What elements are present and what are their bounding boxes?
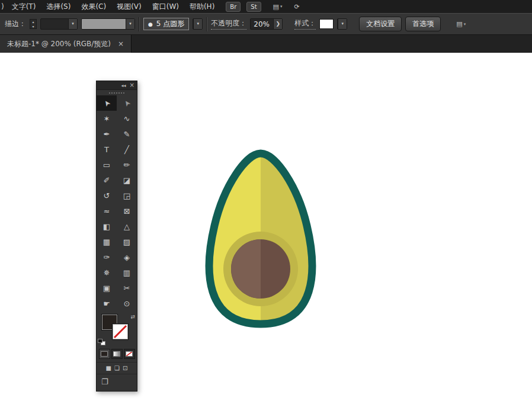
brush-definition-caret[interactable]: ▾ (193, 18, 203, 30)
artboard-icon: ▣ (103, 284, 110, 293)
eyedropper-tool[interactable]: ✑ (97, 249, 117, 265)
screen-mode-button[interactable]: ❐ (101, 377, 108, 386)
stroke-label: 描边： (5, 19, 26, 29)
type-tool[interactable]: T (97, 142, 117, 157)
close-icon[interactable]: × (118, 40, 124, 48)
tools-panel-header[interactable]: ◂◂ × (97, 81, 137, 90)
document-tab-title: 未标题-1* @ 200% (RGB/预览) (7, 39, 111, 49)
style-label[interactable]: 样式： (294, 18, 316, 30)
workspace-icon: ▤ (273, 3, 279, 11)
symbol-sprayer-tool[interactable]: ✵ (97, 265, 117, 280)
chevron-right-icon[interactable]: ❯ (273, 19, 282, 29)
stroke-swatch[interactable] (113, 324, 128, 339)
scale-tool[interactable]: ◲ (117, 188, 137, 203)
preferences-button[interactable]: 首选项 (405, 17, 441, 31)
slice-icon: ✂ (124, 284, 130, 293)
blob-brush-tool[interactable]: ✐ (97, 172, 117, 188)
mesh-tool[interactable]: ▦ (97, 234, 117, 249)
menu-item-window[interactable]: 窗口(W) (147, 0, 184, 13)
draw-inside-button[interactable]: ⊡ (123, 365, 127, 371)
stroke-weight-stepper[interactable]: ▴ ▾ (30, 19, 37, 29)
workspace-switcher[interactable]: ▤ ▾ (273, 3, 283, 11)
stepper-down-icon: ▾ (30, 24, 36, 29)
line-segment-tool[interactable]: ╱ (117, 142, 137, 157)
menu-item-type[interactable]: 文字(T) (7, 0, 41, 13)
none-slash-icon (113, 325, 127, 339)
magic-wand-tool[interactable]: ✶ (97, 111, 117, 126)
selection-tool[interactable]: ➤ (97, 95, 117, 111)
chevron-down-icon: ▾ (338, 19, 347, 29)
document-tab[interactable]: 未标题-1* @ 200% (RGB/预览) × (0, 35, 132, 53)
swap-fill-stroke-icon[interactable]: ⇄ (130, 314, 135, 320)
collapse-panel-icon[interactable]: ◂◂ (121, 83, 126, 88)
line-segment-icon: ╱ (124, 145, 129, 154)
width-profile-combo[interactable]: ▾ (81, 18, 135, 30)
type-icon: T (104, 145, 109, 154)
menu-item-select[interactable]: 选择(S) (41, 0, 76, 13)
lasso-icon: ∿ (124, 114, 130, 123)
opacity-combo[interactable]: 20% ❯ (250, 18, 283, 30)
blend-icon: ◈ (124, 253, 130, 262)
rectangle-tool[interactable]: ▭ (97, 157, 117, 172)
divider (139, 17, 140, 31)
avocado-artwork[interactable] (196, 147, 326, 331)
free-transform-tool[interactable]: ⊠ (117, 203, 137, 219)
column-graph-tool[interactable]: ▥ (117, 265, 137, 280)
none-icon (126, 351, 133, 357)
style-caret[interactable]: ▾ (337, 18, 347, 30)
menu-item-partial[interactable]: ) (0, 0, 7, 13)
menu-item-view[interactable]: 视图(V) (111, 0, 147, 13)
default-fill-stroke-icon[interactable] (98, 339, 105, 345)
zoom-tool[interactable]: ⊙ (117, 296, 137, 311)
brush-definition-value: 5 点圆形 (156, 19, 184, 29)
color-icon (101, 351, 108, 357)
none-button[interactable] (124, 349, 135, 359)
magic-wand-icon: ✶ (104, 114, 110, 123)
stepper-up-icon: ▴ (30, 20, 36, 24)
perspective-grid-tool[interactable]: △ (117, 219, 137, 234)
menu-item-effect[interactable]: 效果(C) (76, 0, 111, 13)
eraser-tool[interactable]: ◪ (117, 172, 137, 188)
perspective-grid-icon: △ (124, 222, 130, 231)
rotate-tool[interactable]: ↺ (97, 188, 117, 203)
document-setup-button[interactable]: 文档设置 (359, 17, 402, 31)
draw-normal-button[interactable]: ■ (106, 365, 111, 371)
opacity-value: 20% (251, 20, 273, 28)
tools-grid: ➤ ➤ ✶ ∿ ✒ ✎ T ╱ ▭ ✏ ✐ ◪ ↺ ◲ ≈ ⊠ ◧ △ ▦ ▨ … (97, 95, 137, 311)
slice-tool[interactable]: ✂ (117, 280, 137, 296)
width-tool[interactable]: ≈ (97, 203, 117, 219)
blend-tool[interactable]: ◈ (117, 249, 137, 265)
arrange-documents-button[interactable]: ▤ ▾ (456, 20, 466, 28)
lasso-tool[interactable]: ∿ (117, 111, 137, 126)
screen-mode-row: ❐ (97, 374, 137, 391)
stock-button[interactable]: St (246, 2, 261, 12)
color-mode-buttons (97, 347, 137, 360)
brush-definition-combo[interactable]: ● 5 点圆形 (143, 18, 189, 30)
paintbrush-tool[interactable]: ✎ (117, 126, 137, 142)
bridge-button[interactable]: Br (226, 2, 241, 12)
width-icon: ≈ (104, 207, 110, 216)
chevron-down-icon[interactable]: ▾ (68, 19, 77, 29)
shape-builder-tool[interactable]: ◧ (97, 219, 117, 234)
chevron-down-icon[interactable]: ▾ (126, 19, 134, 29)
direct-selection-tool[interactable]: ➤ (117, 95, 137, 111)
selection-icon: ➤ (101, 98, 113, 108)
menu-item-help[interactable]: 帮助(H) (184, 0, 220, 13)
hand-tool[interactable]: ☛ (97, 296, 117, 311)
color-button[interactable] (99, 349, 110, 359)
share-screen-button[interactable]: ⟳ (294, 3, 300, 11)
pen-tool[interactable]: ✒ (97, 126, 117, 142)
draw-behind-button[interactable]: ❏ (114, 365, 120, 371)
zoom-icon: ⊙ (124, 299, 130, 308)
artboard-tool[interactable]: ▣ (97, 280, 117, 296)
pencil-tool[interactable]: ✏ (117, 157, 137, 172)
gradient-button[interactable] (111, 349, 123, 359)
hand-icon: ☛ (103, 299, 110, 308)
panel-grip[interactable] (97, 90, 137, 95)
gradient-tool[interactable]: ▨ (117, 234, 137, 249)
close-panel-icon[interactable]: × (130, 82, 134, 88)
stroke-weight-combo[interactable]: ▾ (40, 18, 78, 30)
opacity-label[interactable]: 不透明度： (211, 18, 246, 30)
shape-builder-icon: ◧ (103, 222, 110, 231)
style-swatch[interactable] (319, 19, 334, 29)
